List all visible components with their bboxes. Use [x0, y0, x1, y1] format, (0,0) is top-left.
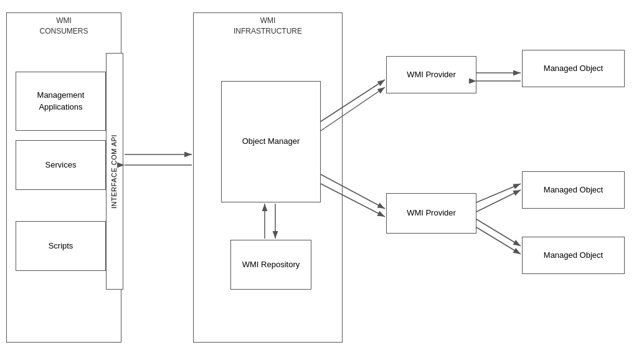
managed-object-2-box: Managed Object	[522, 171, 625, 209]
managed-object-3-box: Managed Object	[522, 237, 625, 274]
svg-line-11	[476, 190, 521, 212]
interface-com-box: INTERFACE COM API	[106, 53, 123, 290]
infrastructure-label: WMI INFRASTRUCTURE	[193, 16, 343, 37]
object-manager-box: Object Manager	[221, 81, 321, 202]
svg-line-13	[476, 227, 521, 254]
consumers-label: WMI CONSUMERS	[6, 16, 121, 37]
wmi-provider-1-box: WMI Provider	[386, 56, 476, 93]
svg-line-10	[476, 184, 521, 202]
services-box: Services	[16, 140, 106, 190]
scripts-box: Scripts	[16, 221, 106, 271]
diagram-container: WMI CONSUMERS Management Applications Se…	[0, 0, 644, 360]
wmi-repository-box: WMI Repository	[230, 240, 311, 290]
managed-object-1-box: Managed Object	[522, 50, 625, 87]
svg-line-12	[476, 219, 521, 246]
wmi-provider-2-box: WMI Provider	[386, 193, 476, 234]
management-apps-box: Management Applications	[16, 72, 106, 131]
